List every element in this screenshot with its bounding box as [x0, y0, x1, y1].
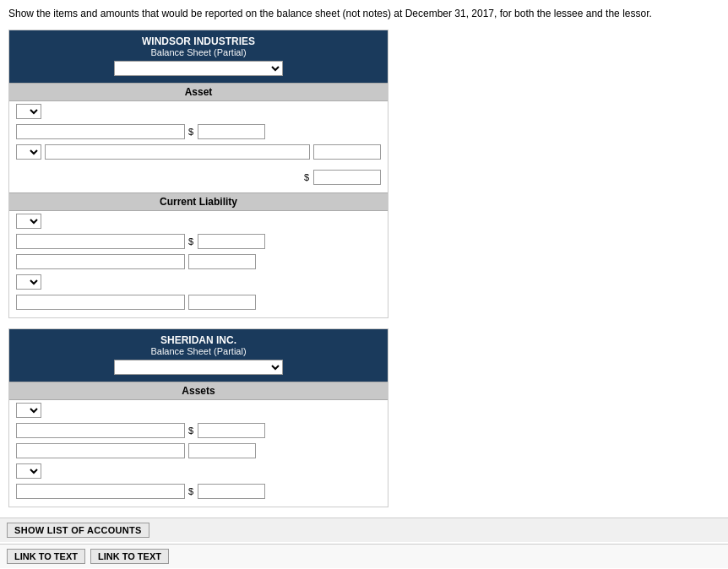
- sheridan-assets-input1[interactable]: [16, 423, 185, 438]
- windsor-liability-input1[interactable]: [16, 234, 185, 249]
- windsor-sheet-title: Balance Sheet (Partial): [13, 47, 384, 57]
- windsor-liability-row1: [9, 211, 388, 231]
- show-list-bar: SHOW LIST OF ACCOUNTS: [0, 518, 728, 542]
- windsor-dollar2: $: [304, 172, 309, 182]
- sheridan-header-dropdown[interactable]: [114, 360, 283, 375]
- sheridan-assets-row4: [9, 461, 388, 481]
- windsor-asset-row4: $: [9, 167, 388, 187]
- windsor-asset-row3: [9, 142, 388, 162]
- windsor-asset-input1[interactable]: [16, 124, 185, 139]
- instruction-text: Show the items and amounts that would be…: [0, 0, 728, 30]
- windsor-liability-amount3[interactable]: [188, 295, 256, 310]
- sheridan-dollar1: $: [188, 425, 193, 436]
- windsor-balance-sheet: WINDSOR INDUSTRIES Balance Sheet (Partia…: [8, 30, 388, 318]
- sheridan-assets-amount3[interactable]: [198, 484, 265, 499]
- sheridan-assets-row2: $: [9, 420, 388, 441]
- windsor-asset-amount2[interactable]: [313, 144, 381, 160]
- footer-bar: LINK TO TEXT LINK TO TEXT: [0, 544, 728, 568]
- sheridan-dollar2: $: [188, 486, 193, 496]
- sheridan-assets-section: Assets: [9, 382, 388, 400]
- windsor-liability-dropdown2[interactable]: [16, 274, 41, 290]
- windsor-liability-dropdown1[interactable]: [16, 214, 41, 229]
- sheridan-assets-row5: $: [9, 481, 388, 501]
- windsor-dollar3: $: [188, 236, 193, 247]
- windsor-liability-input2[interactable]: [16, 254, 185, 269]
- windsor-asset-row1: [9, 101, 388, 122]
- windsor-asset-amount1[interactable]: [198, 124, 265, 139]
- sheridan-assets-input3[interactable]: [16, 484, 185, 499]
- sheridan-company-name: SHERIDAN INC.: [13, 334, 384, 346]
- windsor-liability-input3[interactable]: [16, 295, 185, 310]
- sheridan-assets-dropdown1[interactable]: [16, 403, 41, 418]
- windsor-asset-total[interactable]: [313, 170, 381, 185]
- windsor-liability-amount2[interactable]: [188, 254, 256, 269]
- windsor-header: WINDSOR INDUSTRIES Balance Sheet (Partia…: [9, 30, 388, 83]
- sheridan-assets-amount2[interactable]: [188, 443, 256, 458]
- windsor-liability-row2: $: [9, 231, 388, 252]
- windsor-liability-row4: [9, 272, 388, 292]
- sheridan-sheet-title: Balance Sheet (Partial): [13, 346, 384, 356]
- sheridan-assets-row1: [9, 400, 388, 420]
- windsor-asset-section: Asset: [9, 83, 388, 101]
- sheridan-balance-sheet: SHERIDAN INC. Balance Sheet (Partial) As…: [8, 328, 388, 507]
- sheridan-assets-amount1[interactable]: [198, 423, 265, 438]
- windsor-liability-row3: [9, 252, 388, 272]
- show-list-button[interactable]: SHOW LIST OF ACCOUNTS: [7, 523, 149, 538]
- windsor-liability-row5: [9, 292, 388, 312]
- windsor-liability-section: Current Liability: [9, 192, 388, 211]
- link-to-text-button2[interactable]: LINK TO TEXT: [90, 549, 169, 564]
- windsor-asset-row2: $: [9, 122, 388, 142]
- windsor-dollar1: $: [188, 127, 193, 137]
- windsor-asset-dropdown2[interactable]: [16, 144, 41, 160]
- sheridan-assets-dropdown2[interactable]: [16, 463, 41, 479]
- sheridan-header: SHERIDAN INC. Balance Sheet (Partial): [9, 329, 388, 382]
- windsor-company-name: WINDSOR INDUSTRIES: [13, 35, 384, 47]
- windsor-asset-input2[interactable]: [45, 144, 310, 160]
- windsor-asset-dropdown1[interactable]: [16, 104, 41, 119]
- link-to-text-button1[interactable]: LINK TO TEXT: [7, 549, 85, 564]
- sheridan-assets-row3: [9, 441, 388, 461]
- windsor-header-dropdown[interactable]: [114, 61, 283, 76]
- sheridan-assets-input2[interactable]: [16, 443, 185, 458]
- windsor-liability-amount1[interactable]: [198, 234, 265, 249]
